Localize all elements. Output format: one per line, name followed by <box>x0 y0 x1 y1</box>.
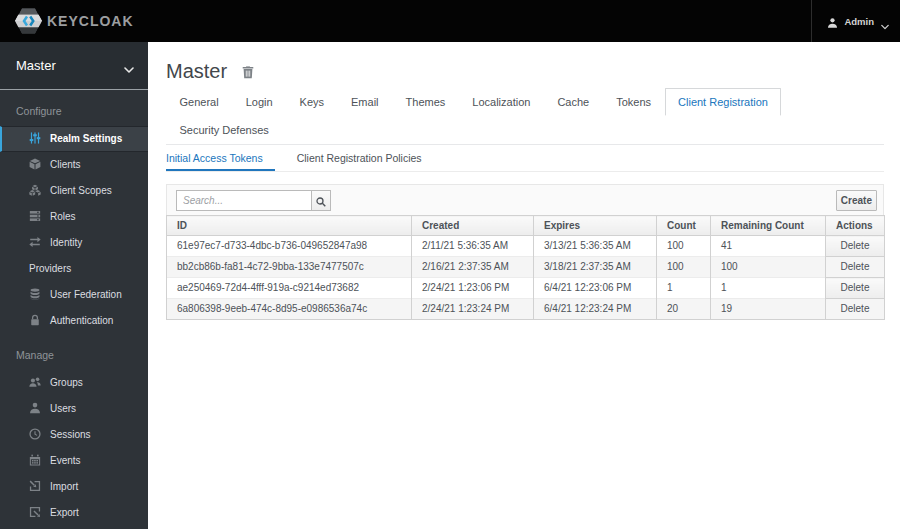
tab-client-registration: Client Registration <box>665 88 782 116</box>
cell-expires: 6/4/21 12:23:24 PM <box>534 299 657 320</box>
sidebar-item-label: Export <box>50 507 79 518</box>
cell-id: 6a806398-9eeb-474c-8d95-e0986536a74c <box>167 299 412 320</box>
cell-expires: 6/4/21 12:23:06 PM <box>534 278 657 299</box>
subtab-client-registration-policies: Client Registration Policies <box>275 145 442 171</box>
delete-token-button[interactable]: Delete <box>826 236 885 257</box>
sidebar-item-users[interactable]: Users <box>0 396 148 422</box>
brand-text: KEYCLOAK <box>47 13 134 29</box>
sidebar-section-label-manage: Manage <box>0 334 148 370</box>
sidebar-item-label: Groups <box>50 377 83 388</box>
column-header-remaining-count: Remaining Count <box>711 216 826 236</box>
sidebar-item-label: Client Scopes <box>50 185 112 196</box>
initial-access-tokens-table: IDCreatedExpiresCountRemaining CountActi… <box>166 215 885 320</box>
search-button[interactable] <box>311 190 331 211</box>
column-header-expires: Expires <box>534 216 657 236</box>
column-header-actions: Actions <box>826 216 885 236</box>
sidebar-item-groups[interactable]: Groups <box>0 370 148 396</box>
cell-created: 2/24/21 1:23:06 PM <box>412 278 534 299</box>
cell-remaining-count: 1 <box>711 278 826 299</box>
search-group <box>176 190 331 211</box>
tab-link-themes[interactable]: Themes <box>392 88 459 116</box>
sidebar-item-label: Users <box>50 403 76 414</box>
delete-token-button[interactable]: Delete <box>826 278 885 299</box>
tab-link-login[interactable]: Login <box>232 88 286 116</box>
keycloak-brand[interactable]: KEYCLOAK <box>15 0 134 42</box>
sidebar-item-authentication[interactable]: Authentication <box>0 308 148 334</box>
user-menu[interactable]: Admin <box>811 0 900 42</box>
user-icon <box>29 398 41 410</box>
cell-created: 2/24/21 1:23:24 PM <box>412 299 534 320</box>
table-row: bb2cb86b-fa81-4c72-9bba-133e7477507c2/16… <box>167 257 885 278</box>
cell-id: ae250469-72d4-4fff-919a-c9214ed73682 <box>167 278 412 299</box>
sidebar-item-import[interactable]: Import <box>0 474 148 500</box>
keycloak-logo-icon <box>15 6 42 36</box>
cubes-icon <box>29 180 41 192</box>
search-input[interactable] <box>176 190 312 211</box>
tab-themes: Themes <box>392 88 459 116</box>
sidebar-item-label: Realm Settings <box>50 133 122 144</box>
cell-remaining-count: 100 <box>711 257 826 278</box>
cell-expires: 3/18/21 2:37:35 AM <box>534 257 657 278</box>
tab-link-client-registration[interactable]: Client Registration <box>665 88 782 116</box>
table-body: 61e97ec7-d733-4dbc-b736-049652847a982/11… <box>167 236 885 320</box>
trash-icon[interactable] <box>242 65 254 79</box>
create-button[interactable]: Create <box>836 190 877 211</box>
subtab-link-client-registration-policies[interactable]: Client Registration Policies <box>275 145 442 171</box>
sidebar-item-label: Sessions <box>50 429 91 440</box>
sidebar-item-label: Authentication <box>50 315 113 326</box>
tab-link-localization[interactable]: Localization <box>459 88 544 116</box>
delete-token-button[interactable]: Delete <box>826 257 885 278</box>
sidebar-nav: ConfigureRealm SettingsClientsClient Sco… <box>0 90 148 526</box>
sidebar-item-sessions[interactable]: Sessions <box>0 422 148 448</box>
tab-link-keys[interactable]: Keys <box>286 88 337 116</box>
lock-icon <box>29 310 41 322</box>
tab-link-general[interactable]: General <box>166 88 232 116</box>
column-header-id: ID <box>167 216 412 236</box>
tab-link-tokens[interactable]: Tokens <box>603 88 665 116</box>
column-header-count: Count <box>657 216 711 236</box>
sidebar-item-label: Clients <box>50 159 81 170</box>
sidebar-item-roles[interactable]: Roles <box>0 204 148 230</box>
realm-selector-label: Master <box>16 58 56 73</box>
sidebar-item-label: User Federation <box>50 289 122 300</box>
sidebar-item-user-federation[interactable]: User Federation <box>0 282 148 308</box>
users-icon <box>29 372 41 384</box>
tab-link-cache[interactable]: Cache <box>544 88 603 116</box>
tab-link-security-defenses[interactable]: Security Defenses <box>166 116 282 144</box>
sidebar-item-realm-settings[interactable]: Realm Settings <box>0 126 148 152</box>
table-row: 6a806398-9eeb-474c-8d95-e0986536a74c2/24… <box>167 299 885 320</box>
subtab-link-initial-access-tokens[interactable]: Initial Access Tokens <box>166 145 275 171</box>
database-icon <box>29 284 41 296</box>
tab-security-defenses: Security Defenses <box>166 116 282 144</box>
tab-general: General <box>166 88 232 116</box>
caret-down-icon <box>881 17 889 25</box>
sidebar-item-events[interactable]: Events <box>0 448 148 474</box>
roles-icon <box>29 206 41 218</box>
tab-link-email[interactable]: Email <box>338 88 393 116</box>
exchange-icon <box>29 232 41 244</box>
cell-remaining-count: 19 <box>711 299 826 320</box>
realm-tabs: GeneralLoginKeysEmailThemesLocalizationC… <box>166 88 884 145</box>
sidebar-item-identity-providers[interactable]: Identity Providers <box>0 230 148 282</box>
export-icon <box>29 502 41 514</box>
tab-localization: Localization <box>459 88 544 116</box>
cell-created: 2/11/21 5:36:35 AM <box>412 236 534 257</box>
calendar-icon <box>29 450 41 462</box>
delete-token-button[interactable]: Delete <box>826 299 885 320</box>
realm-selector[interactable]: Master <box>0 42 148 90</box>
sidebar-item-label: Events <box>50 455 81 466</box>
sidebar-item-export[interactable]: Export <box>0 500 148 526</box>
cell-created: 2/16/21 2:37:35 AM <box>412 257 534 278</box>
user-icon <box>827 15 838 27</box>
sidebar-item-client-scopes[interactable]: Client Scopes <box>0 178 148 204</box>
table-row: 61e97ec7-d733-4dbc-b736-049652847a982/11… <box>167 236 885 257</box>
sidebar-item-clients[interactable]: Clients <box>0 152 148 178</box>
tab-login: Login <box>232 88 286 116</box>
cell-expires: 3/13/21 5:36:35 AM <box>534 236 657 257</box>
main-content: Master GeneralLoginKeysEmailThemesLocali… <box>148 42 900 529</box>
sidebar-item-label: Roles <box>50 211 76 222</box>
sidebar: Master ConfigureRealm SettingsClientsCli… <box>0 42 148 529</box>
cell-count: 1 <box>657 278 711 299</box>
table-toolbar: Create <box>166 184 884 215</box>
sidebar-item-label: Import <box>50 481 78 492</box>
